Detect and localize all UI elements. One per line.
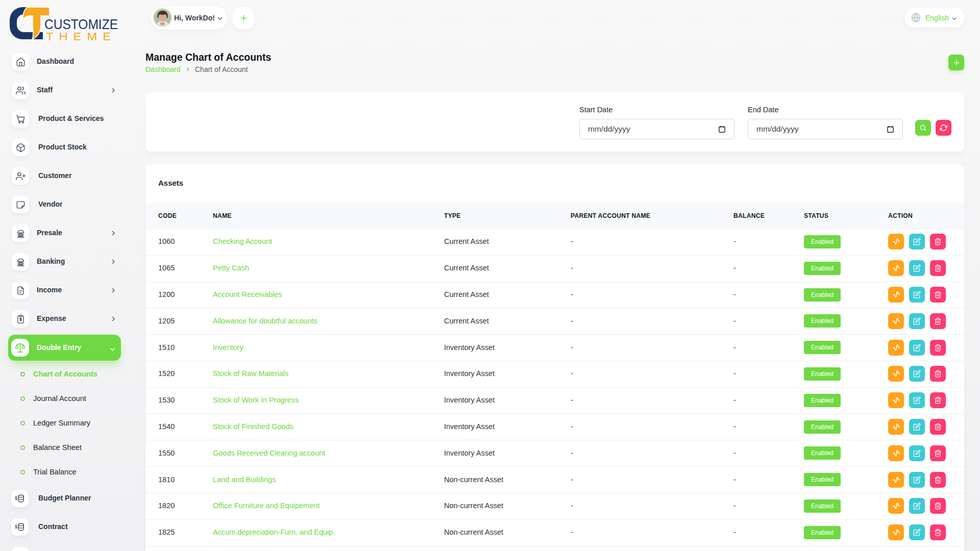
svg-text:THEME: THEME — [46, 30, 116, 41]
